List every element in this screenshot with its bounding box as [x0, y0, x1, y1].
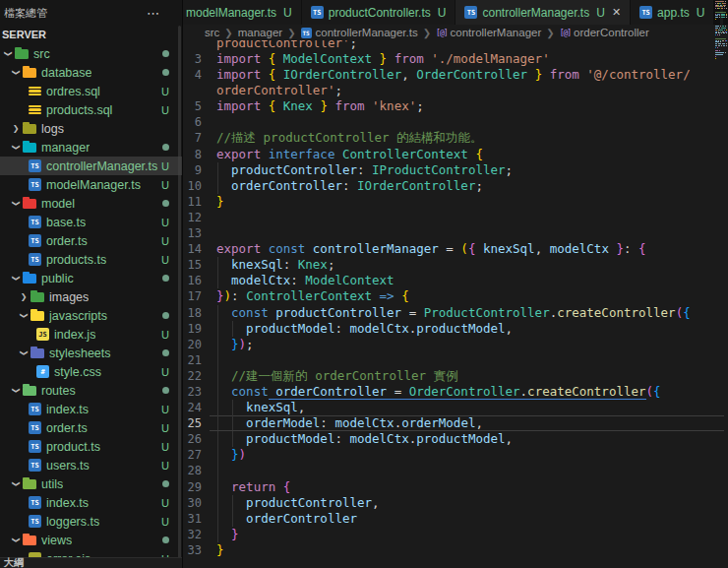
- code-line-3[interactable]: 3import { ModelContext } from './modelMa…: [183, 51, 728, 67]
- tab-controllerManager.ts[interactable]: TScontrollerManager.tsU✕: [455, 0, 630, 25]
- tree-item-routes[interactable]: ❯routes: [0, 381, 182, 400]
- tree-item-products.sql[interactable]: products.sqlU: [0, 100, 182, 119]
- tree-item-label: products.sql: [46, 103, 112, 117]
- tree-item-views[interactable]: ❯views: [0, 531, 182, 549]
- tree-item-manager[interactable]: ❯manager: [0, 138, 182, 157]
- tree-item-logs[interactable]: ❯logs: [0, 119, 182, 138]
- tab-productController.ts[interactable]: TSproductController.tsU: [302, 0, 455, 25]
- chevron-right-icon[interactable]: ❯: [18, 292, 30, 301]
- code-line-13[interactable]: 13: [183, 225, 728, 241]
- chevron-down-icon[interactable]: ❯: [12, 478, 21, 490]
- outline-section-header[interactable]: 大綱: [0, 557, 182, 568]
- tree-item-index.ts[interactable]: TSindex.tsU: [0, 400, 182, 418]
- breadcrumb-separator-icon: ❯: [224, 28, 232, 38]
- chevron-down-icon[interactable]: ❯: [12, 273, 21, 284]
- tree-item-index.ts[interactable]: TSindex.tsU: [0, 493, 182, 512]
- breadcrumb-item-controllerManager.ts[interactable]: TScontrollerManager.ts: [301, 27, 418, 38]
- tree-item-ordres.sql[interactable]: ordres.sqlU: [0, 82, 182, 100]
- chevron-down-icon[interactable]: ❯: [12, 142, 21, 154]
- tree-item-label: products.ts: [46, 253, 106, 267]
- minimap[interactable]: [715, 1, 727, 59]
- more-actions-icon[interactable]: ⋯: [147, 6, 160, 21]
- tree-item-style.css[interactable]: #style.cssU: [0, 362, 182, 381]
- chevron-down-icon[interactable]: ❯: [20, 310, 29, 322]
- code-line-wrap[interactable]: productController';: [183, 40, 728, 51]
- tree-item-product.ts[interactable]: TSproduct.tsU: [0, 437, 182, 456]
- code-line-28[interactable]: 28: [183, 463, 728, 478]
- tree-item-javascripts[interactable]: ❯javascripts: [0, 306, 182, 325]
- code-line-12[interactable]: 12: [183, 210, 728, 225]
- sidebar-scrollbar[interactable]: [178, 26, 181, 562]
- tree-item-src[interactable]: ❯src: [0, 44, 182, 63]
- close-icon[interactable]: ✕: [612, 6, 621, 19]
- code-line-26[interactable]: 26 productModel: modelCtx.productModel,: [183, 431, 728, 447]
- tree-item-users.ts[interactable]: TSusers.tsU: [0, 456, 182, 474]
- code-line-30[interactable]: 30 productController,: [183, 495, 728, 511]
- chevron-down-icon[interactable]: ❯: [4, 48, 13, 60]
- modified-dot-badge: [162, 69, 169, 76]
- code-line-20[interactable]: 20 });: [183, 337, 728, 352]
- breadcrumb-item-orderController[interactable]: [@]orderController: [560, 27, 649, 38]
- code-line-4[interactable]: 4import { IOrderController, OrderControl…: [183, 67, 728, 83]
- code-line-18[interactable]: 18 const productController = ProductCont…: [183, 305, 728, 321]
- code-line-19[interactable]: 19 productModel: modelCtx.productModel,: [183, 321, 728, 337]
- code-line-22[interactable]: 22 //建一個新的 orderController 實例: [183, 368, 728, 384]
- code-line-9[interactable]: 9 productController: IProductController;: [183, 162, 728, 178]
- tree-item-order.ts[interactable]: TSorder.tsU: [0, 418, 182, 437]
- code-line-21[interactable]: 21: [183, 352, 728, 368]
- tree-item-modelManager.ts[interactable]: TSmodelManager.tsU: [0, 175, 182, 194]
- code-line-5[interactable]: 5import { Knex } from 'knex';: [183, 98, 728, 114]
- code-token: const: [261, 241, 305, 256]
- tree-item-utils[interactable]: ❯utils: [0, 474, 182, 493]
- code-line-6[interactable]: 6: [183, 114, 728, 130]
- code-line-32[interactable]: 32 }: [183, 527, 728, 542]
- code-line-11[interactable]: 11}: [183, 194, 728, 210]
- breadcrumb-item-src[interactable]: src: [205, 27, 219, 38]
- tree-item-model[interactable]: ❯model: [0, 194, 182, 213]
- code-line-16[interactable]: 16 modelCtx: ModelContext: [183, 273, 728, 288]
- chevron-right-icon[interactable]: ❯: [10, 124, 22, 133]
- tab-modelManager.ts[interactable]: TSmodelManager.tsU: [183, 0, 301, 25]
- chevron-down-icon[interactable]: ❯: [12, 67, 21, 79]
- tree-item-public[interactable]: ❯public: [0, 269, 182, 287]
- code-line-29[interactable]: 29 return {: [183, 479, 728, 495]
- tree-item-images[interactable]: ❯images: [0, 287, 182, 306]
- code-line-17[interactable]: 17}): ControllerContext => {: [183, 288, 728, 304]
- tree-item-order.ts[interactable]: TSorder.tsU: [0, 231, 182, 250]
- git-status-badge: U: [161, 235, 169, 247]
- indent-guide: [217, 337, 218, 352]
- code-line-23[interactable]: 23 const orderController = OrderControll…: [183, 384, 728, 400]
- code-line-wrap[interactable]: orderController';: [183, 83, 728, 98]
- code-token: }: [216, 288, 224, 303]
- tree-item-database[interactable]: ❯database: [0, 63, 182, 82]
- breadcrumb-item-manager[interactable]: manager: [238, 27, 282, 38]
- tree-item-index.js[interactable]: JSindex.jsU: [0, 325, 182, 344]
- tree-item-loggers.ts[interactable]: TSloggers.tsU: [0, 512, 182, 531]
- tree-item-products.ts[interactable]: TSproducts.tsU: [0, 250, 182, 269]
- tree-item-controllerManager.ts[interactable]: TScontrollerManager.tsU: [0, 157, 182, 175]
- tree-item-stylesheets[interactable]: ❯stylesheets: [0, 344, 182, 362]
- code-editor[interactable]: productController';3import { ModelContex…: [183, 40, 728, 568]
- code-line-24[interactable]: 24 knexSql,: [183, 400, 728, 415]
- tab-app.ts[interactable]: TSapp.tsU: [631, 0, 713, 25]
- indent-guide: [217, 463, 218, 478]
- git-status-badge: U: [161, 366, 169, 378]
- chevron-down-icon[interactable]: ❯: [12, 535, 21, 546]
- code-line-33[interactable]: 33}: [183, 542, 728, 558]
- code-line-14[interactable]: 14export const controllerManager = ({ kn…: [183, 241, 728, 257]
- tree-item-base.ts[interactable]: TSbase.tsU: [0, 213, 182, 231]
- indent-guide: [217, 368, 218, 384]
- code-line-27[interactable]: 27 }): [183, 447, 728, 463]
- workspace-section-header[interactable]: SERVER: [0, 26, 182, 44]
- code-line-25[interactable]: 25 orderModel: modelCtx.orderModel,: [183, 415, 728, 431]
- breadcrumb-item-controllerManager[interactable]: [@]controllerManager: [436, 27, 541, 38]
- code-line-31[interactable]: 31 orderController: [183, 511, 728, 527]
- code-line-10[interactable]: 10 orderController: IOrderController;: [183, 178, 728, 194]
- code-line-15[interactable]: 15 knexSql: Knex;: [183, 257, 728, 273]
- code-token: IProductController: [372, 162, 505, 177]
- chevron-down-icon[interactable]: ❯: [12, 198, 21, 210]
- chevron-down-icon[interactable]: ❯: [12, 385, 21, 397]
- code-line-8[interactable]: 8export interface ControllerContext {: [183, 147, 728, 162]
- code-line-7[interactable]: 7//描述 productController 的結構和功能。: [183, 130, 728, 146]
- chevron-down-icon[interactable]: ❯: [20, 347, 29, 359]
